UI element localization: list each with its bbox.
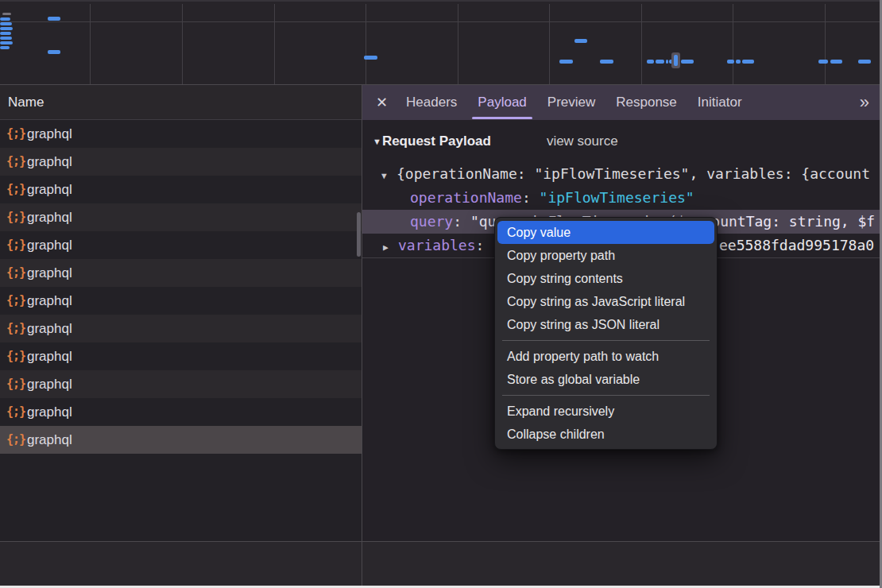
waterfall-bar (0, 32, 11, 35)
waterfall-bar (574, 39, 587, 43)
scrollbar-thumb[interactable] (357, 212, 361, 257)
name-column-header[interactable]: Name (0, 85, 362, 120)
request-name: graphql (27, 370, 72, 398)
object-preview-text: {operationName: "ipFlowTimeseries", vari… (397, 165, 870, 182)
close-icon[interactable]: ✕ (376, 85, 388, 120)
waterfall-bar (2, 13, 11, 15)
json-braces-icon: {;} (6, 231, 27, 259)
request-list-panel: Name {;}graphql {;}graphql {;}graphql {;… (0, 85, 362, 541)
devtools-network-panel: Name {;}graphql {;}graphql {;}graphql {;… (0, 0, 882, 588)
waterfall-bar (742, 60, 754, 64)
request-row[interactable]: {;}graphql (0, 398, 362, 426)
waterfall-bar (600, 60, 613, 64)
waterfall-bar (0, 41, 13, 44)
menu-item-copy-string-js-literal[interactable]: Copy string as JavaScript literal (495, 290, 717, 313)
waterfall-bar (647, 60, 654, 64)
triangle-right-icon[interactable]: ▶ (383, 236, 394, 260)
request-name: graphql (27, 342, 72, 370)
request-row[interactable]: {;}graphql (0, 148, 362, 176)
request-name: graphql (27, 398, 72, 426)
object-preview-row[interactable]: ▼{operationName: "ipFlowTimeseries", var… (362, 162, 882, 186)
request-name: graphql (27, 315, 72, 342)
property-value-string: "ipFlowTimeseries" (540, 189, 694, 206)
request-row[interactable]: {;}graphql (0, 231, 362, 259)
tab-initiator[interactable]: Initiator (687, 85, 752, 120)
context-menu: Copy value Copy property path Copy strin… (494, 217, 718, 450)
json-braces-icon: {;} (6, 426, 27, 454)
overview-gridline (641, 4, 642, 84)
tab-payload[interactable]: Payload (467, 85, 536, 120)
request-row[interactable]: {;}graphql (0, 259, 362, 287)
overview-gridline (366, 4, 366, 84)
request-row[interactable]: {;}graphql (0, 203, 362, 231)
request-name: graphql (27, 231, 72, 259)
tab-preview[interactable]: Preview (537, 85, 605, 120)
json-braces-icon: {;} (6, 287, 27, 315)
menu-item-copy-string-contents[interactable]: Copy string contents (495, 267, 717, 290)
overview-gridline (90, 4, 91, 84)
request-name: graphql (27, 148, 72, 176)
triangle-down-icon[interactable]: ▼ (381, 164, 393, 188)
tab-response[interactable]: Response (605, 85, 687, 120)
request-name: graphql (27, 259, 72, 287)
waterfall-bar (830, 60, 842, 64)
overview-gridline (0, 21, 882, 22)
menu-item-collapse-children[interactable]: Collapse children (495, 423, 717, 446)
request-name: graphql (27, 120, 72, 148)
waterfall-bar (0, 46, 10, 49)
colon: : (453, 213, 470, 230)
waterfall-bar (674, 55, 678, 66)
menu-item-copy-value[interactable]: Copy value (497, 221, 714, 244)
json-braces-icon: {;} (6, 176, 27, 203)
chevron-double-right-icon[interactable]: » (860, 92, 868, 113)
request-row-selected[interactable]: {;}graphql (0, 426, 362, 454)
menu-item-copy-string-json-literal[interactable]: Copy string as JSON literal (495, 313, 717, 336)
network-overview[interactable] (0, 0, 882, 85)
detail-tabbar: ✕ Headers Payload Preview Response Initi… (362, 85, 882, 120)
menu-item-expand-recursively[interactable]: Expand recursively (495, 400, 717, 423)
property-key: operationName (410, 189, 522, 206)
json-braces-icon: {;} (6, 203, 27, 231)
request-row[interactable]: {;}graphql (0, 370, 362, 398)
panel-divider[interactable] (362, 541, 362, 586)
request-name: graphql (27, 426, 72, 454)
tab-headers[interactable]: Headers (396, 85, 467, 120)
request-row[interactable]: {;}graphql (0, 287, 362, 315)
menu-item-copy-property-path[interactable]: Copy property path (495, 244, 717, 267)
waterfall-bar (818, 60, 828, 64)
waterfall-bar (736, 60, 741, 64)
request-row[interactable]: {;}graphql (0, 176, 362, 203)
overview-gridline (825, 4, 826, 84)
menu-item-store-as-global-variable[interactable]: Store as global variable (495, 368, 717, 391)
waterfall-bar (727, 60, 734, 64)
property-value-fragment: ee5588fdad995178a0 (719, 234, 874, 257)
overview-gridline (549, 4, 550, 84)
overview-gridline (274, 4, 275, 84)
overview-gridline (458, 4, 458, 84)
waterfall-bar (681, 60, 694, 64)
colon: : (476, 237, 485, 253)
waterfall-bar (0, 22, 12, 25)
request-name: graphql (27, 176, 72, 203)
waterfall-bar (0, 27, 13, 30)
waterfall-bar (48, 50, 60, 54)
colon: : (522, 189, 540, 206)
view-source-link[interactable]: view source (547, 133, 618, 149)
json-braces-icon: {;} (6, 398, 27, 426)
property-key: query (410, 213, 453, 230)
json-braces-icon: {;} (6, 315, 27, 342)
request-row[interactable]: {;}graphql (0, 315, 362, 342)
menu-separator (502, 340, 710, 341)
overview-gridline (182, 4, 183, 84)
request-payload-section-header[interactable]: ▼Request Payload view source (373, 130, 882, 152)
waterfall-bar (0, 37, 12, 40)
triangle-down-icon: ▼ (373, 137, 381, 146)
request-row[interactable]: {;}graphql (0, 120, 362, 148)
request-row[interactable]: {;}graphql (0, 342, 362, 370)
waterfall-bar (0, 17, 10, 21)
menu-item-add-property-path-to-watch[interactable]: Add property path to watch (495, 345, 717, 368)
json-braces-icon: {;} (6, 342, 27, 370)
request-name: graphql (27, 203, 72, 231)
property-row-operationname[interactable]: operationName: "ipFlowTimeseries" (362, 186, 882, 210)
overview-gridline (733, 4, 733, 84)
